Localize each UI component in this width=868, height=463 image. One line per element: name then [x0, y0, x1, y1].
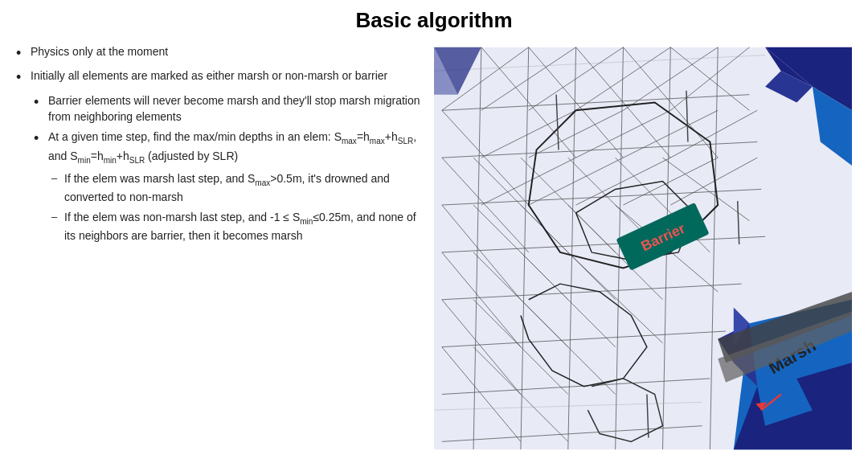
bullet-1: • Physics only at the moment [16, 43, 422, 63]
bullet-2-2: • At a given time step, find the max/min… [34, 129, 422, 166]
bullet-marker-2: • [16, 68, 31, 87]
bullet-2-1: • Barrier elements will never become mar… [34, 92, 422, 125]
bullet-marker-2-2-2: – [51, 209, 64, 225]
image-column: Barrier Marsh [434, 43, 852, 454]
bullet-marker-2-2-1: – [51, 170, 64, 186]
bullet-2: • Initially all elements are marked as e… [16, 68, 422, 87]
bullet-1-text: Physics only at the moment [31, 43, 422, 59]
bullet-marker-1: • [16, 43, 31, 63]
bullet-2-2-text: At a given time step, find the max/min d… [48, 129, 422, 166]
bullet-2-2-2-text: If the elem was non-marsh last step, and… [64, 209, 422, 244]
bullet-marker-2-1: • [34, 92, 48, 112]
bullet-marker-2-2: • [34, 129, 48, 148]
mesh-diagram: Barrier Marsh [434, 43, 852, 453]
bullet-2-2-1: – If the elem was marsh last step, and S… [51, 170, 422, 206]
text-column: • Physics only at the moment • Initially… [16, 39, 434, 454]
bullet-2-text: Initially all elements are marked as eit… [31, 68, 422, 84]
page-title: Basic algorithm [0, 0, 868, 39]
bullet-2-2-2: – If the elem was non-marsh last step, a… [51, 209, 422, 244]
bullet-2-1-text: Barrier elements will never become marsh… [48, 92, 422, 125]
bullet-2-2-1-text: If the elem was marsh last step, and Sma… [64, 170, 422, 206]
